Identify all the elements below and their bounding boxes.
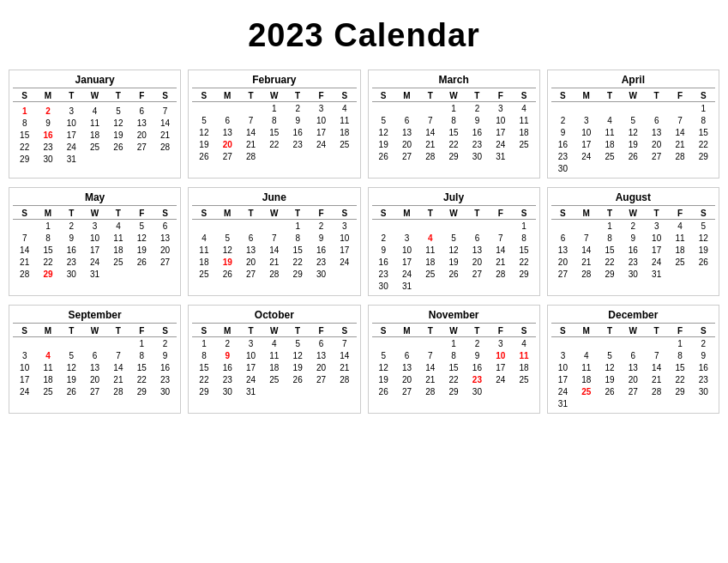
month-title-december: December (551, 309, 715, 324)
day-cell (333, 385, 356, 397)
day-cell (692, 268, 715, 280)
day-cell: 5 (692, 220, 715, 233)
day-cell: 10 (489, 114, 512, 126)
day-cell: 5 (60, 349, 83, 361)
day-cell: 6 (130, 105, 153, 117)
cal-table-april: SMTWTFS123456789101112131415161718192021… (551, 90, 715, 174)
day-cell: 15 (442, 126, 465, 138)
day-cell: 19 (692, 244, 715, 256)
day-cell: 13 (645, 126, 668, 138)
day-cell (692, 397, 715, 409)
day-cell (512, 385, 535, 397)
day-cell: 1 (13, 105, 36, 117)
day-cell: 16 (153, 361, 177, 373)
day-header: T (598, 208, 621, 220)
day-cell: 1 (192, 337, 215, 350)
day-cell (418, 102, 442, 115)
day-cell: 18 (598, 138, 621, 150)
day-cell: 30 (372, 280, 395, 292)
day-cell (512, 280, 535, 292)
day-cell (130, 153, 153, 165)
day-header: M (395, 325, 418, 337)
day-cell: 18 (333, 126, 356, 138)
day-cell (262, 385, 286, 397)
day-cell: 5 (372, 349, 395, 361)
day-cell (60, 337, 83, 350)
day-cell: 29 (286, 268, 310, 280)
month-title-april: April (551, 74, 715, 88)
day-cell: 7 (668, 114, 691, 126)
day-cell: 21 (645, 373, 668, 385)
day-cell (153, 268, 177, 280)
day-cell: 30 (60, 268, 83, 280)
day-cell: 31 (489, 150, 512, 162)
week-row: 45678910 (192, 232, 356, 244)
day-cell: 22 (692, 138, 715, 150)
day-cell: 30 (551, 162, 575, 174)
week-row: 28293031 (13, 268, 177, 280)
day-cell: 20 (395, 138, 418, 150)
day-cell: 24 (489, 138, 512, 150)
month-block-august: AugustSMTWTFS123456789101112131415161718… (547, 187, 719, 296)
day-cell: 18 (36, 373, 59, 385)
day-cell: 10 (575, 126, 598, 138)
day-cell: 19 (372, 373, 395, 385)
day-cell: 17 (551, 373, 575, 385)
day-cell: 10 (395, 244, 418, 256)
day-cell (333, 268, 356, 280)
day-cell: 10 (645, 232, 668, 244)
week-row: 31 (551, 397, 715, 409)
week-row: 19202122232425 (192, 138, 356, 150)
day-cell: 12 (192, 126, 215, 138)
day-cell: 25 (36, 385, 59, 397)
day-cell: 4 (512, 337, 535, 350)
day-header: T (466, 325, 489, 337)
day-cell: 26 (286, 373, 310, 385)
day-cell: 7 (106, 349, 129, 361)
day-cell: 22 (668, 373, 691, 385)
day-cell: 18 (192, 256, 215, 268)
week-row: 1 (551, 102, 715, 115)
day-cell: 9 (466, 349, 489, 361)
day-header: T (60, 325, 83, 337)
day-cell (216, 220, 239, 233)
day-cell: 26 (192, 150, 215, 162)
day-cell: 16 (372, 256, 395, 268)
day-header: S (692, 325, 715, 337)
day-cell: 4 (512, 102, 535, 115)
day-cell: 17 (645, 244, 668, 256)
day-cell: 2 (466, 102, 489, 115)
day-cell: 7 (239, 114, 262, 126)
day-cell (13, 220, 36, 233)
month-block-january: JanuarySMTWTFS12345678910111213141516171… (9, 70, 181, 179)
day-cell: 14 (418, 126, 442, 138)
day-header: T (106, 325, 129, 337)
month-title-may: May (13, 191, 177, 206)
day-cell: 11 (36, 361, 59, 373)
day-cell: 20 (551, 256, 575, 268)
week-row: 10111213141516 (551, 361, 715, 373)
day-cell: 11 (83, 117, 106, 129)
day-cell (598, 162, 621, 174)
day-cell: 21 (13, 256, 36, 268)
day-cell: 1 (598, 220, 621, 233)
day-cell: 17 (83, 244, 106, 256)
week-row: 9101112131415 (551, 126, 715, 138)
day-cell: 20 (83, 373, 106, 385)
month-title-september: September (13, 309, 177, 324)
day-cell: 1 (262, 102, 286, 115)
day-cell: 15 (692, 126, 715, 138)
day-cell: 23 (310, 256, 333, 268)
day-cell: 30 (692, 385, 715, 397)
day-header: T (645, 90, 668, 102)
day-cell: 23 (466, 373, 489, 385)
day-cell: 20 (622, 373, 645, 385)
day-cell: 14 (418, 361, 442, 373)
month-title-july: July (372, 191, 536, 206)
day-cell: 10 (310, 114, 333, 126)
day-cell (598, 102, 621, 115)
day-cell: 15 (130, 361, 153, 373)
day-header: F (489, 90, 512, 102)
day-cell: 3 (551, 349, 575, 361)
day-cell: 21 (668, 138, 691, 150)
